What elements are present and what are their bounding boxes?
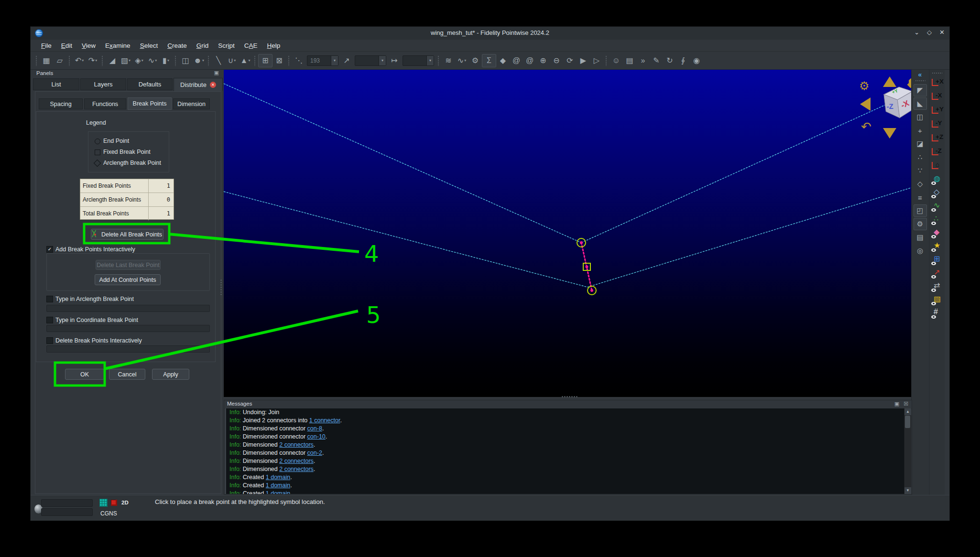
select-settings-icon[interactable]: ⚙ bbox=[914, 218, 927, 230]
menu-item-edit[interactable]: Edit bbox=[56, 41, 77, 51]
examine-profile-icon[interactable]: @ bbox=[510, 54, 523, 67]
connector-lower-left[interactable] bbox=[224, 192, 588, 287]
menu-item-help[interactable]: Help bbox=[262, 41, 285, 51]
examine-report-icon[interactable]: @ bbox=[523, 54, 536, 67]
add-at-control-points-button[interactable]: Add At Control Points bbox=[95, 274, 161, 285]
cae-export-icon[interactable]: » bbox=[636, 54, 650, 67]
tab-close-icon[interactable]: ✕ bbox=[210, 82, 216, 88]
dimension-value-field[interactable]: 193▾ bbox=[307, 55, 338, 66]
redistribute-dropdown-icon[interactable]: ▾ bbox=[464, 58, 466, 63]
show-cae-boundary-toggle[interactable]: ▧ bbox=[930, 294, 944, 306]
toolbar-grip[interactable] bbox=[932, 72, 942, 75]
redistribute-icon[interactable]: ∿▾ bbox=[455, 54, 468, 67]
toolbar-separator-grip[interactable] bbox=[288, 55, 290, 66]
show-spacings-toggle[interactable]: ↗ bbox=[930, 267, 944, 279]
add-break-points-checkbox[interactable]: ✓ bbox=[46, 246, 53, 253]
messages-log[interactable]: Info: Undoing: JoinInfo: Joined 2 connec… bbox=[225, 408, 911, 494]
arclength-input[interactable] bbox=[46, 305, 210, 312]
sequence-down-icon[interactable]: ∵ bbox=[914, 164, 927, 177]
messages-close-icon[interactable]: ☒ bbox=[904, 401, 910, 407]
view-minus-y-button[interactable]: -Y bbox=[930, 118, 944, 131]
message-entity-link[interactable]: 2 connectors bbox=[279, 466, 314, 472]
tab-list[interactable]: List bbox=[33, 78, 79, 90]
maximize-button[interactable]: ◇ bbox=[927, 29, 932, 36]
surface-mesh-dropdown-icon[interactable]: ▾ bbox=[142, 58, 143, 63]
begin-spacing-field-dropdown-icon[interactable]: ▾ bbox=[379, 56, 386, 65]
messages-float-icon[interactable]: ▣ bbox=[894, 401, 901, 407]
arc-spline-icon[interactable]: ∪▾ bbox=[225, 54, 239, 67]
connector-curve-icon[interactable]: ∿▾ bbox=[146, 54, 159, 67]
shaded-surface-dropdown-icon[interactable]: ▾ bbox=[167, 58, 169, 63]
zoom-out-tool-icon[interactable]: ⊖ bbox=[550, 54, 563, 67]
toolbar-separator-grip[interactable] bbox=[605, 55, 608, 66]
coordinate-input[interactable] bbox=[46, 325, 210, 332]
menu-item-cae[interactable]: CAE bbox=[240, 41, 262, 51]
arc-spline-dropdown-icon[interactable]: ▾ bbox=[234, 58, 236, 63]
select-in-pane-icon[interactable]: ◰ bbox=[914, 204, 927, 217]
undo-icon[interactable]: ↶▾ bbox=[73, 54, 86, 67]
subtab-break-points[interactable]: Break Points bbox=[128, 97, 172, 110]
menu-item-view[interactable]: View bbox=[77, 41, 100, 51]
subtab-dimension[interactable]: Dimension bbox=[173, 98, 210, 109]
surface-mesh-icon[interactable]: ◈▾ bbox=[132, 54, 146, 67]
show-points-toggle[interactable]: ∴ bbox=[930, 214, 944, 226]
entity-list-icon[interactable]: ▤ bbox=[914, 231, 927, 244]
sequence-up-icon[interactable]: ∴ bbox=[914, 151, 927, 163]
scroll-down-arrow[interactable]: ▼ bbox=[904, 487, 911, 494]
layer-stack-icon[interactable]: ≡ bbox=[914, 191, 927, 204]
message-entity-link[interactable]: 1 domain bbox=[266, 474, 290, 481]
redo-icon[interactable]: ↷▾ bbox=[86, 54, 99, 67]
extrude-normal-icon[interactable]: ≋ bbox=[442, 54, 455, 67]
line-segment-icon[interactable]: ╲ bbox=[212, 54, 225, 67]
toolbar-separator-grip[interactable] bbox=[437, 55, 440, 66]
pan-controls-icon[interactable]: + bbox=[914, 124, 927, 137]
rotation-center-icon[interactable]: ◇ bbox=[914, 178, 927, 190]
view-minus-z-button[interactable]: -Z bbox=[930, 146, 944, 159]
menu-item-script[interactable]: Script bbox=[213, 41, 240, 51]
menu-item-grid[interactable]: Grid bbox=[192, 41, 214, 51]
subtab-functions[interactable]: Functions bbox=[84, 98, 126, 109]
unstructured-domain-icon[interactable]: ⊠ bbox=[272, 54, 286, 67]
message-entity-link[interactable]: 1 domain bbox=[266, 490, 290, 494]
connector-upper-right[interactable] bbox=[581, 93, 911, 243]
show-sources-toggle[interactable]: ★ bbox=[930, 240, 944, 253]
panels-float-icon[interactable]: ▣ bbox=[214, 70, 219, 76]
zoom-in-tool-icon[interactable]: ⊕ bbox=[536, 54, 550, 67]
undo-dropdown-icon[interactable]: ▾ bbox=[82, 58, 84, 63]
shaded-surface-icon[interactable]: ▮▾ bbox=[159, 54, 173, 67]
message-entity-link[interactable]: 2 connectors bbox=[279, 458, 314, 464]
user-view-icon[interactable]: ☺ bbox=[610, 54, 623, 67]
message-entity-link[interactable]: 1 domain bbox=[266, 482, 290, 489]
connector-upper-left[interactable] bbox=[224, 84, 581, 243]
dimension-value-field-dropdown-icon[interactable]: ▾ bbox=[331, 56, 338, 65]
check-tool-icon[interactable]: ◉ bbox=[690, 54, 703, 67]
examine-metrics-icon[interactable]: Σ bbox=[482, 54, 496, 67]
ghost-entities-dropdown-icon[interactable]: ▾ bbox=[202, 58, 204, 63]
solid-cube-dropdown-icon[interactable]: ▾ bbox=[129, 58, 131, 63]
message-entity-link[interactable]: con-2 bbox=[307, 450, 322, 456]
step-script-icon[interactable]: ▷ bbox=[590, 54, 603, 67]
toolbar-separator-grip[interactable] bbox=[174, 55, 177, 66]
toolbar-separator-grip[interactable] bbox=[254, 55, 256, 66]
ok-button[interactable]: OK bbox=[65, 369, 104, 380]
toolbar-separator-grip[interactable] bbox=[68, 55, 71, 66]
view-plus-y-button[interactable]: +Y bbox=[930, 104, 944, 117]
show-overset-grid-toggle[interactable]: # bbox=[930, 307, 944, 320]
tab-layers[interactable]: Layers bbox=[80, 78, 126, 90]
apply-button[interactable]: Apply bbox=[152, 369, 189, 380]
scroll-thumb[interactable] bbox=[905, 416, 910, 428]
end-spacing-icon[interactable]: ↦ bbox=[388, 54, 401, 67]
split-view-icon[interactable]: ◫ bbox=[914, 111, 927, 123]
spring-tool-icon[interactable]: ∮ bbox=[676, 54, 690, 67]
message-entity-link[interactable]: con-8 bbox=[307, 425, 322, 432]
end-spacing-field[interactable]: ▾ bbox=[403, 55, 434, 66]
rotate-model-icon[interactable]: ↻ bbox=[663, 54, 676, 67]
minimize-button[interactable]: ⌄ bbox=[914, 29, 919, 36]
show-connectors-toggle[interactable]: ∿ bbox=[930, 200, 944, 213]
select-boundary-icon[interactable]: ◣ bbox=[914, 97, 927, 110]
menu-item-examine[interactable]: Examine bbox=[100, 41, 135, 51]
ghost-entities-icon[interactable]: ☻▾ bbox=[192, 54, 206, 67]
delete-interactively-input[interactable] bbox=[46, 345, 210, 353]
close-button[interactable]: ✕ bbox=[939, 29, 945, 36]
menu-item-create[interactable]: Create bbox=[163, 41, 192, 51]
